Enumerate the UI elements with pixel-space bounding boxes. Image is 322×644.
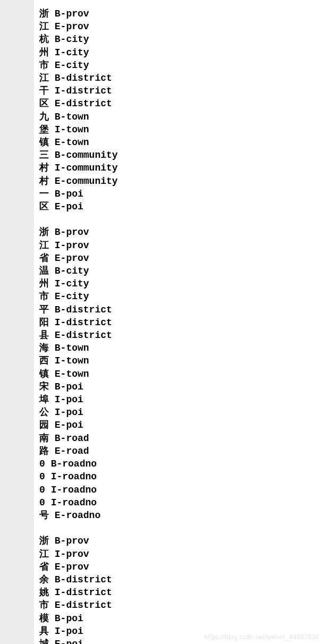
token-line: 0 I-roadno: [39, 496, 317, 509]
token-char: 0: [39, 471, 45, 482]
token-tag: B-prov: [55, 536, 89, 546]
token-line: 号 E-roadno: [39, 509, 317, 522]
token-char: 0: [39, 497, 45, 508]
token-line: 州 I-city: [39, 277, 317, 290]
token-char: 浙: [39, 9, 49, 19]
token-line: 省 E-prov: [39, 252, 317, 265]
token-char: 干: [39, 86, 49, 96]
token-char: 省: [39, 562, 49, 572]
token-tag: E-community: [55, 176, 118, 187]
token-char: 镇: [39, 369, 49, 379]
token-char: 村: [39, 176, 49, 187]
token-char: 园: [39, 420, 49, 430]
token-line: 江 B-district: [39, 72, 317, 84]
token-line: 三 B-community: [39, 149, 317, 162]
token-tag: B-district: [55, 574, 112, 585]
token-char: 江: [39, 21, 49, 32]
token-char: 县: [39, 330, 49, 341]
token-line: 海 B-town: [39, 342, 317, 354]
blank-line: [39, 522, 317, 535]
token-tag: I-poi: [55, 407, 83, 418]
token-tag: B-city: [55, 266, 89, 276]
token-line: 村 I-community: [39, 162, 317, 174]
token-char: 杭: [39, 34, 49, 45]
token-tag: E-town: [55, 137, 89, 148]
token-line: 西 I-town: [39, 354, 317, 367]
token-char: 市: [39, 291, 49, 302]
token-tag: E-district: [55, 330, 112, 341]
token-char: 浙: [39, 536, 49, 546]
token-line: 0 B-roadno: [39, 457, 317, 470]
token-tag: B-town: [55, 112, 89, 122]
text-content: 浙 B-prov江 E-prov杭 B-city州 I-city市 E-city…: [34, 0, 322, 644]
token-tag: I-district: [55, 587, 112, 598]
token-line: 模 B-poi: [39, 612, 317, 625]
token-char: 市: [39, 600, 49, 611]
token-char: 姚: [39, 587, 49, 598]
token-char: 宋: [39, 382, 49, 392]
token-char: 0: [39, 459, 45, 469]
token-line: 园 E-poi: [39, 419, 317, 431]
token-char: 州: [39, 278, 49, 289]
token-line: 市 E-city: [39, 290, 317, 303]
token-tag: E-prov: [55, 21, 89, 32]
token-tag: E-city: [55, 60, 89, 71]
token-tag: I-roadno: [51, 497, 97, 508]
token-tag: I-district: [55, 86, 112, 96]
token-line: 南 B-road: [39, 432, 317, 445]
token-tag: E-road: [55, 446, 89, 456]
token-tag: I-roadno: [51, 471, 97, 482]
token-line: 县 E-district: [39, 329, 317, 342]
token-line: 镇 E-town: [39, 136, 317, 149]
token-line: 江 I-prov: [39, 239, 317, 252]
token-char: 城: [39, 639, 49, 644]
token-line: 干 I-district: [39, 84, 317, 97]
token-line: 区 E-poi: [39, 200, 317, 213]
token-tag: E-city: [55, 291, 89, 302]
token-line: 村 E-community: [39, 175, 317, 188]
token-char: 区: [39, 98, 49, 109]
token-char: 具: [39, 626, 49, 637]
token-char: 市: [39, 60, 49, 71]
token-char: 阳: [39, 317, 49, 328]
token-char: 海: [39, 343, 49, 353]
token-line: 阳 I-district: [39, 316, 317, 329]
token-line: 镇 E-town: [39, 368, 317, 380]
token-line: 市 E-city: [39, 59, 317, 72]
token-char: 九: [39, 112, 49, 122]
token-char: 路: [39, 446, 49, 456]
token-tag: E-poi: [55, 420, 83, 430]
token-line: 0 I-roadno: [39, 470, 317, 483]
token-line: 埠 I-poi: [39, 393, 317, 406]
token-tag: B-poi: [55, 189, 83, 199]
token-line: 杭 B-city: [39, 33, 317, 46]
token-char: 公: [39, 407, 49, 418]
token-line: 一 B-poi: [39, 188, 317, 200]
token-line: 浙 B-prov: [39, 7, 317, 20]
token-tag: E-district: [55, 98, 112, 109]
token-char: 南: [39, 433, 49, 444]
token-line: 州 I-city: [39, 46, 317, 59]
token-char: 区: [39, 201, 49, 212]
token-tag: B-city: [55, 34, 89, 45]
token-tag: E-prov: [55, 253, 89, 264]
token-tag: E-poi: [55, 201, 83, 212]
watermark-text: https://blog.csdn.net/weixin_44607838: [205, 633, 319, 641]
blank-line: [39, 213, 317, 226]
token-line: 余 B-district: [39, 573, 317, 586]
token-char: 西: [39, 355, 49, 366]
token-tag: I-poi: [55, 626, 83, 637]
token-line: 温 B-city: [39, 265, 317, 277]
token-tag: B-road: [55, 433, 89, 444]
token-line: 江 E-prov: [39, 20, 317, 33]
token-char: 一: [39, 189, 49, 199]
token-char: 镇: [39, 137, 49, 148]
token-line: 堡 I-town: [39, 123, 317, 136]
token-tag: B-prov: [55, 227, 89, 238]
token-tag: I-prov: [55, 549, 89, 560]
token-line: 区 E-district: [39, 97, 317, 110]
token-char: 浙: [39, 227, 49, 238]
token-line: 浙 B-prov: [39, 535, 317, 547]
token-tag: I-town: [55, 124, 89, 135]
token-char: 温: [39, 266, 49, 276]
